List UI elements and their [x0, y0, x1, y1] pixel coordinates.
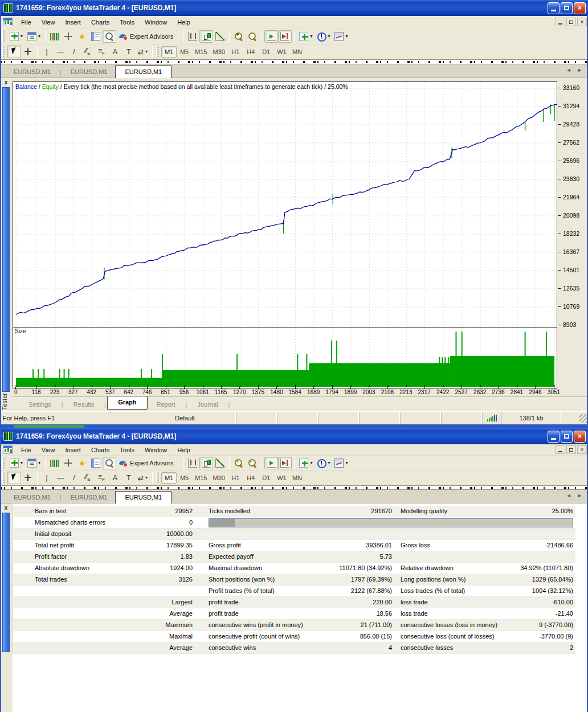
chart-tab-2[interactable]: EURUSD,M1 — [115, 66, 172, 78]
titlebar[interactable]: 1741659: Forex4you MetaTrader 4 - [EURUS… — [0, 0, 588, 16]
tester-tab-results[interactable]: Results — [64, 399, 104, 410]
toolbar-grip[interactable] — [2, 47, 5, 57]
child-close-button[interactable]: × — [577, 445, 587, 454]
new-order-button[interactable]: ▾ — [297, 457, 315, 469]
tab-scroll-arrows[interactable]: ◄ ► — [566, 493, 585, 498]
toolbar-grip[interactable] — [156, 47, 159, 57]
timeframe-m15[interactable]: M15 — [192, 46, 210, 58]
toolbar-grip[interactable] — [2, 31, 5, 42]
timeframe-mn[interactable]: MN — [289, 472, 305, 484]
menu-window[interactable]: Window — [140, 17, 172, 27]
profiles-button[interactable]: ▾ — [25, 30, 43, 43]
candlestick-button[interactable] — [199, 457, 213, 469]
menu-help[interactable]: Help — [172, 17, 195, 27]
new-order-button[interactable]: ▾ — [297, 30, 315, 43]
cursor-button[interactable] — [7, 46, 21, 58]
bar-chart-button[interactable] — [186, 30, 199, 43]
chart-shift-button[interactable] — [278, 457, 292, 469]
timeframe-mn[interactable]: MN — [289, 46, 305, 58]
terminal-button[interactable] — [89, 457, 103, 469]
periods-button[interactable]: ▾ — [315, 30, 332, 43]
profiles-button[interactable]: ▾ — [25, 457, 43, 469]
menu-insert[interactable]: Insert — [60, 445, 86, 455]
resize-grip[interactable] — [579, 414, 587, 423]
chart-tab-0[interactable]: EURUSD,M1 — [6, 492, 59, 503]
timeframe-m30[interactable]: M30 — [210, 472, 227, 484]
templates-button[interactable]: ▾ — [332, 30, 350, 43]
titlebar[interactable]: 1741659: Forex4you MetaTrader 4 - [EURUS… — [0, 428, 588, 444]
chart-tab-1[interactable]: EURUSD,M1 — [63, 67, 116, 77]
horizontal-line-button[interactable]: — — [54, 46, 67, 58]
timeframe-w1[interactable]: W1 — [274, 46, 289, 58]
child-close-button[interactable]: × — [577, 18, 587, 26]
toolbar-grip[interactable] — [2, 458, 5, 468]
tester-close-icon[interactable]: x — [2, 504, 10, 512]
crosshair-tool-button[interactable] — [21, 472, 35, 484]
timeframe-h4[interactable]: H4 — [243, 472, 259, 484]
expert-advisors-button[interactable]: Expert Advisors — [116, 457, 175, 469]
close-button[interactable]: × — [574, 431, 586, 443]
minimize-button[interactable] — [548, 431, 560, 443]
terminal-button[interactable] — [89, 30, 103, 43]
auto-scroll-button[interactable] — [264, 30, 278, 43]
arrows-button[interactable]: ⇄▾ — [136, 472, 150, 484]
menu-tools[interactable]: Tools — [115, 17, 140, 27]
text-button[interactable]: A — [108, 472, 122, 484]
timeframe-d1[interactable]: D1 — [259, 472, 274, 484]
periods-button[interactable]: ▾ — [315, 457, 332, 469]
data-window-button[interactable] — [62, 30, 75, 43]
tester-close-icon[interactable]: x — [2, 79, 10, 86]
menu-charts[interactable]: Charts — [86, 445, 115, 455]
data-window-button[interactable] — [62, 457, 75, 469]
line-chart-button[interactable] — [213, 457, 227, 469]
menu-charts[interactable]: Charts — [86, 17, 115, 27]
timeframe-w1[interactable]: W1 — [274, 472, 289, 484]
channel-button[interactable]: ⁄⁄E — [81, 472, 95, 484]
zoom-in-button[interactable]: + — [232, 457, 246, 469]
minimize-button[interactable] — [548, 2, 560, 14]
zoom-out-button[interactable]: - — [246, 30, 259, 43]
timeframe-m1[interactable]: M1 — [161, 472, 177, 484]
balance-chart[interactable]: Balance / Equity / Every tick (the most … — [13, 81, 557, 328]
chart-tab-0[interactable]: EURUSD,M1 — [6, 67, 59, 77]
horizontal-line-button[interactable]: — — [54, 472, 67, 484]
text-button[interactable]: A — [108, 46, 122, 58]
close-button[interactable]: × — [574, 2, 586, 14]
timeframe-m5[interactable]: M5 — [177, 46, 192, 58]
fibonacci-button[interactable]: ≡F — [95, 472, 108, 484]
chart-shift-button[interactable] — [278, 30, 292, 43]
vertical-line-button[interactable]: | — [40, 46, 54, 58]
menu-view[interactable]: View — [36, 17, 60, 27]
candlestick-button[interactable] — [199, 30, 213, 43]
timeframe-m15[interactable]: M15 — [192, 472, 210, 484]
timeframe-m30[interactable]: M30 — [210, 46, 227, 58]
strategy-tester-button[interactable] — [103, 30, 116, 43]
trendline-button[interactable]: / — [67, 46, 81, 58]
child-minimize-button[interactable] — [556, 18, 565, 26]
toolbar-grip[interactable] — [156, 473, 159, 483]
market-watch-button[interactable] — [48, 457, 62, 469]
crosshair-tool-button[interactable] — [21, 46, 35, 58]
new-chart-button[interactable]: ▾ — [7, 457, 25, 469]
timeframe-h4[interactable]: H4 — [243, 46, 259, 58]
new-chart-button[interactable]: ▾ — [7, 30, 25, 43]
chart-tab-1[interactable]: EURUSD,M1 — [63, 492, 116, 503]
cursor-button[interactable] — [7, 472, 21, 484]
tester-panel-grip[interactable] — [2, 87, 10, 392]
trendline-button[interactable]: / — [67, 472, 81, 484]
timeframe-m1[interactable]: M1 — [161, 46, 177, 58]
timeframe-d1[interactable]: D1 — [259, 46, 274, 58]
tester-tab-graph[interactable]: Graph — [107, 396, 147, 410]
lot-size-chart[interactable]: Size — [13, 327, 557, 388]
timeframe-h1[interactable]: H1 — [228, 46, 243, 58]
timeframe-m5[interactable]: M5 — [177, 472, 192, 484]
tester-tab-report[interactable]: Report — [148, 399, 185, 410]
market-watch-button[interactable] — [48, 30, 62, 43]
templates-button[interactable]: ▾ — [332, 457, 350, 469]
child-minimize-button[interactable] — [556, 445, 565, 454]
menu-tools[interactable]: Tools — [115, 445, 140, 455]
maximize-button[interactable] — [561, 431, 573, 443]
strategy-tester-button[interactable] — [103, 457, 116, 469]
toolbar-grip[interactable] — [2, 473, 5, 483]
channel-button[interactable]: ⁄⁄E — [81, 46, 95, 58]
